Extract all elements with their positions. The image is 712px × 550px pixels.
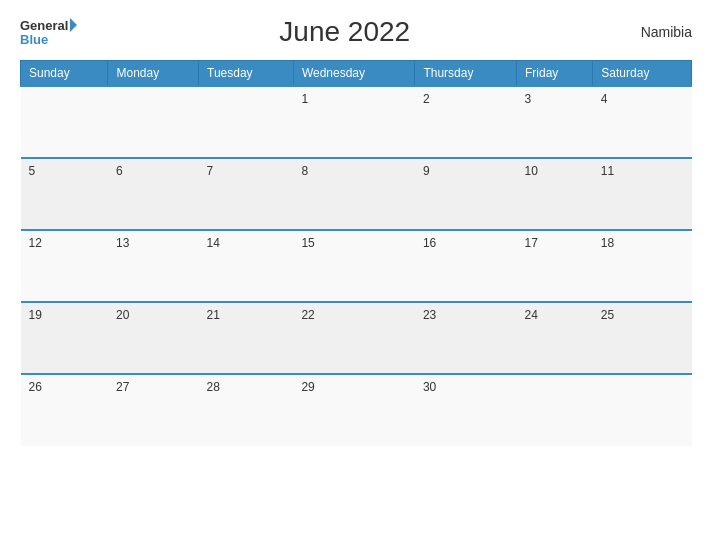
day-number: 14	[207, 236, 220, 250]
calendar-cell: 5	[21, 158, 108, 230]
calendar-page: General Blue June 2022 Namibia Sunday Mo…	[0, 0, 712, 550]
calendar-week-row: 12131415161718	[21, 230, 692, 302]
day-number: 2	[423, 92, 430, 106]
calendar-cell: 21	[199, 302, 294, 374]
day-number: 11	[601, 164, 614, 178]
calendar-week-row: 567891011	[21, 158, 692, 230]
calendar-week-row: 19202122232425	[21, 302, 692, 374]
calendar-cell: 26	[21, 374, 108, 446]
day-number: 6	[116, 164, 123, 178]
day-number: 5	[29, 164, 36, 178]
day-number: 29	[301, 380, 314, 394]
day-number: 27	[116, 380, 129, 394]
day-number: 15	[301, 236, 314, 250]
calendar-cell: 2	[415, 86, 517, 158]
day-number: 24	[525, 308, 538, 322]
calendar-cell: 3	[517, 86, 593, 158]
day-number: 16	[423, 236, 436, 250]
calendar-header-row: Sunday Monday Tuesday Wednesday Thursday…	[21, 61, 692, 87]
day-number: 19	[29, 308, 42, 322]
col-thursday: Thursday	[415, 61, 517, 87]
day-number: 13	[116, 236, 129, 250]
calendar-cell: 11	[593, 158, 692, 230]
country-label: Namibia	[612, 24, 692, 40]
calendar-cell: 30	[415, 374, 517, 446]
calendar-cell	[517, 374, 593, 446]
calendar-cell: 29	[293, 374, 415, 446]
day-number: 20	[116, 308, 129, 322]
calendar-cell	[108, 86, 199, 158]
day-number: 7	[207, 164, 214, 178]
calendar-cell: 12	[21, 230, 108, 302]
month-title: June 2022	[77, 16, 612, 48]
logo-general-text: General	[20, 19, 68, 32]
calendar-cell: 18	[593, 230, 692, 302]
calendar-table: Sunday Monday Tuesday Wednesday Thursday…	[20, 60, 692, 446]
calendar-cell: 13	[108, 230, 199, 302]
day-number: 22	[301, 308, 314, 322]
calendar-cell	[199, 86, 294, 158]
col-saturday: Saturday	[593, 61, 692, 87]
calendar-cell	[21, 86, 108, 158]
calendar-cell: 24	[517, 302, 593, 374]
day-number: 28	[207, 380, 220, 394]
calendar-cell: 25	[593, 302, 692, 374]
col-sunday: Sunday	[21, 61, 108, 87]
day-number: 10	[525, 164, 538, 178]
calendar-cell: 19	[21, 302, 108, 374]
calendar-cell	[593, 374, 692, 446]
day-number: 26	[29, 380, 42, 394]
day-number: 18	[601, 236, 614, 250]
calendar-cell: 23	[415, 302, 517, 374]
logo: General Blue	[20, 19, 77, 46]
col-friday: Friday	[517, 61, 593, 87]
col-tuesday: Tuesday	[199, 61, 294, 87]
calendar-cell: 20	[108, 302, 199, 374]
day-number: 4	[601, 92, 608, 106]
col-wednesday: Wednesday	[293, 61, 415, 87]
logo-triangle-icon	[70, 18, 77, 32]
day-number: 8	[301, 164, 308, 178]
calendar-cell: 14	[199, 230, 294, 302]
calendar-cell: 17	[517, 230, 593, 302]
calendar-week-row: 1234	[21, 86, 692, 158]
calendar-cell: 7	[199, 158, 294, 230]
col-monday: Monday	[108, 61, 199, 87]
calendar-cell: 28	[199, 374, 294, 446]
calendar-cell: 1	[293, 86, 415, 158]
day-number: 25	[601, 308, 614, 322]
calendar-cell: 6	[108, 158, 199, 230]
day-number: 30	[423, 380, 436, 394]
logo-blue-text: Blue	[20, 33, 77, 46]
day-number: 23	[423, 308, 436, 322]
calendar-cell: 9	[415, 158, 517, 230]
day-number: 21	[207, 308, 220, 322]
calendar-week-row: 2627282930	[21, 374, 692, 446]
day-number: 9	[423, 164, 430, 178]
day-number: 1	[301, 92, 308, 106]
calendar-cell: 27	[108, 374, 199, 446]
calendar-cell: 15	[293, 230, 415, 302]
calendar-cell: 10	[517, 158, 593, 230]
header: General Blue June 2022 Namibia	[20, 16, 692, 48]
calendar-cell: 4	[593, 86, 692, 158]
calendar-cell: 22	[293, 302, 415, 374]
calendar-cell: 16	[415, 230, 517, 302]
day-number: 3	[525, 92, 532, 106]
calendar-cell: 8	[293, 158, 415, 230]
day-number: 12	[29, 236, 42, 250]
day-number: 17	[525, 236, 538, 250]
